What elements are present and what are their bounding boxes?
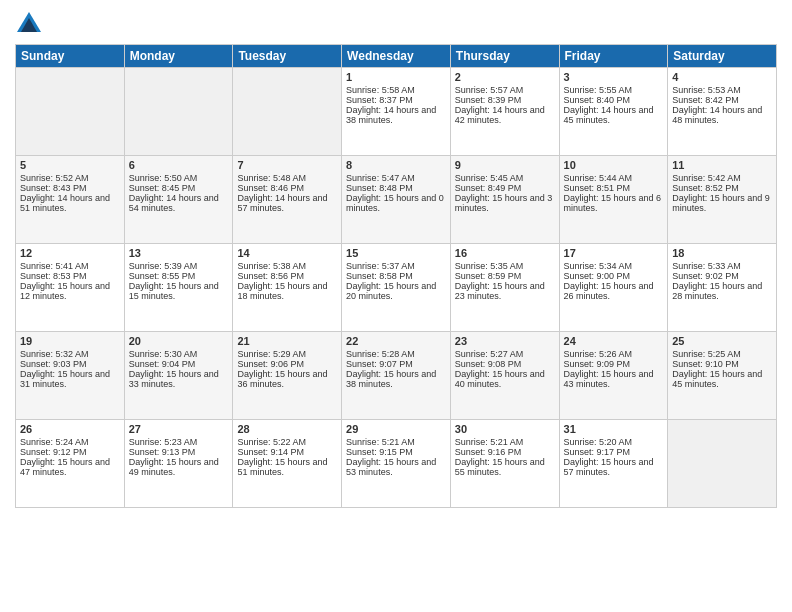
sunrise: Sunrise: 5:53 AM <box>672 85 772 95</box>
daylight: Daylight: 15 hours and 31 minutes. <box>20 369 120 389</box>
calendar-cell: 15 Sunrise: 5:37 AM Sunset: 8:58 PM Dayl… <box>342 244 451 332</box>
calendar-cell: 5 Sunrise: 5:52 AM Sunset: 8:43 PM Dayli… <box>16 156 125 244</box>
day-number: 29 <box>346 423 446 435</box>
sunset: Sunset: 9:10 PM <box>672 359 772 369</box>
sunset: Sunset: 8:42 PM <box>672 95 772 105</box>
day-number: 15 <box>346 247 446 259</box>
daylight: Daylight: 15 hours and 53 minutes. <box>346 457 446 477</box>
sunset: Sunset: 8:56 PM <box>237 271 337 281</box>
calendar-cell: 10 Sunrise: 5:44 AM Sunset: 8:51 PM Dayl… <box>559 156 668 244</box>
header <box>15 10 777 38</box>
calendar-cell <box>233 68 342 156</box>
sunrise: Sunrise: 5:37 AM <box>346 261 446 271</box>
day-number: 7 <box>237 159 337 171</box>
sunset: Sunset: 8:48 PM <box>346 183 446 193</box>
sunrise: Sunrise: 5:34 AM <box>564 261 664 271</box>
sunset: Sunset: 8:45 PM <box>129 183 229 193</box>
day-header: Friday <box>559 45 668 68</box>
daylight: Daylight: 14 hours and 48 minutes. <box>672 105 772 125</box>
calendar-cell: 4 Sunrise: 5:53 AM Sunset: 8:42 PM Dayli… <box>668 68 777 156</box>
sunset: Sunset: 8:52 PM <box>672 183 772 193</box>
calendar-cell: 25 Sunrise: 5:25 AM Sunset: 9:10 PM Dayl… <box>668 332 777 420</box>
day-number: 21 <box>237 335 337 347</box>
sunrise: Sunrise: 5:35 AM <box>455 261 555 271</box>
day-number: 17 <box>564 247 664 259</box>
sunset: Sunset: 9:00 PM <box>564 271 664 281</box>
sunrise: Sunrise: 5:23 AM <box>129 437 229 447</box>
day-number: 31 <box>564 423 664 435</box>
day-number: 24 <box>564 335 664 347</box>
sunrise: Sunrise: 5:21 AM <box>346 437 446 447</box>
day-number: 30 <box>455 423 555 435</box>
calendar-cell: 16 Sunrise: 5:35 AM Sunset: 8:59 PM Dayl… <box>450 244 559 332</box>
calendar-cell: 22 Sunrise: 5:28 AM Sunset: 9:07 PM Dayl… <box>342 332 451 420</box>
day-number: 10 <box>564 159 664 171</box>
calendar-cell: 7 Sunrise: 5:48 AM Sunset: 8:46 PM Dayli… <box>233 156 342 244</box>
sunset: Sunset: 9:03 PM <box>20 359 120 369</box>
day-number: 25 <box>672 335 772 347</box>
calendar-week-row: 1 Sunrise: 5:58 AM Sunset: 8:37 PM Dayli… <box>16 68 777 156</box>
calendar-cell: 26 Sunrise: 5:24 AM Sunset: 9:12 PM Dayl… <box>16 420 125 508</box>
daylight: Daylight: 15 hours and 33 minutes. <box>129 369 229 389</box>
calendar-cell: 12 Sunrise: 5:41 AM Sunset: 8:53 PM Dayl… <box>16 244 125 332</box>
sunset: Sunset: 9:06 PM <box>237 359 337 369</box>
sunset: Sunset: 9:09 PM <box>564 359 664 369</box>
sunset: Sunset: 9:04 PM <box>129 359 229 369</box>
calendar-cell <box>668 420 777 508</box>
sunrise: Sunrise: 5:41 AM <box>20 261 120 271</box>
day-number: 20 <box>129 335 229 347</box>
logo <box>15 10 47 38</box>
calendar-cell: 20 Sunrise: 5:30 AM Sunset: 9:04 PM Dayl… <box>124 332 233 420</box>
sunrise: Sunrise: 5:22 AM <box>237 437 337 447</box>
calendar-cell: 18 Sunrise: 5:33 AM Sunset: 9:02 PM Dayl… <box>668 244 777 332</box>
calendar-week-row: 26 Sunrise: 5:24 AM Sunset: 9:12 PM Dayl… <box>16 420 777 508</box>
page: SundayMondayTuesdayWednesdayThursdayFrid… <box>0 0 792 612</box>
calendar-cell: 19 Sunrise: 5:32 AM Sunset: 9:03 PM Dayl… <box>16 332 125 420</box>
sunrise: Sunrise: 5:25 AM <box>672 349 772 359</box>
daylight: Daylight: 15 hours and 45 minutes. <box>672 369 772 389</box>
day-number: 4 <box>672 71 772 83</box>
calendar-cell: 30 Sunrise: 5:21 AM Sunset: 9:16 PM Dayl… <box>450 420 559 508</box>
sunset: Sunset: 8:46 PM <box>237 183 337 193</box>
sunset: Sunset: 9:08 PM <box>455 359 555 369</box>
sunrise: Sunrise: 5:21 AM <box>455 437 555 447</box>
calendar-cell: 31 Sunrise: 5:20 AM Sunset: 9:17 PM Dayl… <box>559 420 668 508</box>
day-header: Thursday <box>450 45 559 68</box>
daylight: Daylight: 15 hours and 20 minutes. <box>346 281 446 301</box>
day-header: Sunday <box>16 45 125 68</box>
daylight: Daylight: 15 hours and 40 minutes. <box>455 369 555 389</box>
day-number: 9 <box>455 159 555 171</box>
sunrise: Sunrise: 5:52 AM <box>20 173 120 183</box>
day-number: 2 <box>455 71 555 83</box>
daylight: Daylight: 15 hours and 26 minutes. <box>564 281 664 301</box>
sunrise: Sunrise: 5:58 AM <box>346 85 446 95</box>
calendar-header-row: SundayMondayTuesdayWednesdayThursdayFrid… <box>16 45 777 68</box>
day-number: 18 <box>672 247 772 259</box>
daylight: Daylight: 14 hours and 57 minutes. <box>237 193 337 213</box>
day-number: 1 <box>346 71 446 83</box>
day-number: 13 <box>129 247 229 259</box>
calendar-cell: 17 Sunrise: 5:34 AM Sunset: 9:00 PM Dayl… <box>559 244 668 332</box>
day-header: Saturday <box>668 45 777 68</box>
daylight: Daylight: 14 hours and 45 minutes. <box>564 105 664 125</box>
calendar: SundayMondayTuesdayWednesdayThursdayFrid… <box>15 44 777 508</box>
sunset: Sunset: 8:40 PM <box>564 95 664 105</box>
day-number: 14 <box>237 247 337 259</box>
daylight: Daylight: 14 hours and 54 minutes. <box>129 193 229 213</box>
calendar-cell: 3 Sunrise: 5:55 AM Sunset: 8:40 PM Dayli… <box>559 68 668 156</box>
sunrise: Sunrise: 5:27 AM <box>455 349 555 359</box>
daylight: Daylight: 15 hours and 28 minutes. <box>672 281 772 301</box>
day-number: 8 <box>346 159 446 171</box>
daylight: Daylight: 15 hours and 23 minutes. <box>455 281 555 301</box>
sunset: Sunset: 8:51 PM <box>564 183 664 193</box>
calendar-cell: 8 Sunrise: 5:47 AM Sunset: 8:48 PM Dayli… <box>342 156 451 244</box>
daylight: Daylight: 15 hours and 3 minutes. <box>455 193 555 213</box>
sunrise: Sunrise: 5:44 AM <box>564 173 664 183</box>
daylight: Daylight: 14 hours and 42 minutes. <box>455 105 555 125</box>
sunset: Sunset: 8:43 PM <box>20 183 120 193</box>
sunset: Sunset: 8:37 PM <box>346 95 446 105</box>
daylight: Daylight: 15 hours and 51 minutes. <box>237 457 337 477</box>
logo-icon <box>15 10 43 38</box>
sunset: Sunset: 8:53 PM <box>20 271 120 281</box>
day-header: Wednesday <box>342 45 451 68</box>
